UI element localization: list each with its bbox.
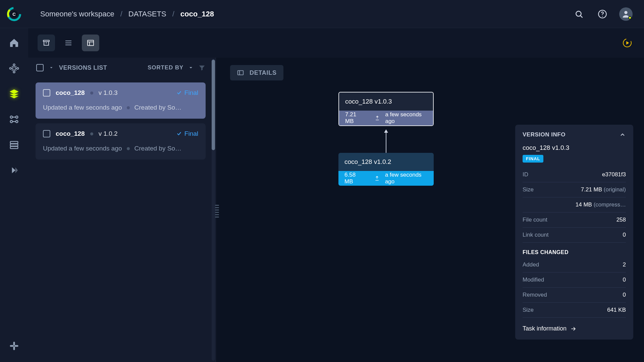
info-modified: 0 bbox=[623, 277, 626, 283]
left-rail bbox=[0, 28, 28, 362]
info-added: 2 bbox=[623, 261, 626, 268]
graph-node-time: a few seconds ago bbox=[385, 111, 427, 125]
version-status: Final bbox=[176, 130, 198, 137]
filter-icon[interactable] bbox=[198, 64, 206, 71]
version-status-label: Final bbox=[184, 89, 198, 97]
list-scroll-thumb[interactable] bbox=[212, 60, 215, 150]
status-badge: FINAL bbox=[523, 155, 543, 163]
search-button[interactable] bbox=[572, 7, 586, 21]
nav-slack-icon[interactable] bbox=[6, 338, 22, 354]
svg-rect-23 bbox=[43, 40, 49, 42]
view-list-button[interactable] bbox=[60, 35, 77, 51]
version-number: v 1.0.2 bbox=[99, 130, 118, 137]
breadcrumb-section[interactable]: DATASETS bbox=[128, 10, 166, 18]
info-modified-label: Modified bbox=[523, 277, 544, 283]
graph-node-size: 6.58 MB bbox=[344, 172, 364, 185]
list-header: VERSIONS LIST SORTED BY bbox=[36, 58, 206, 78]
breadcrumb-sep: / bbox=[120, 10, 122, 18]
panel-resize-handle[interactable] bbox=[214, 201, 220, 221]
nav-datasets-icon[interactable] bbox=[6, 86, 22, 102]
nav-deploy-icon[interactable] bbox=[6, 162, 22, 178]
graph-node[interactable]: coco_128 v1.0.2 6.58 MB a few seconds ag… bbox=[338, 153, 434, 186]
brand-logo[interactable]: C bbox=[4, 4, 24, 24]
info-heading: VERSION INFO bbox=[523, 131, 566, 138]
autorefresh-button[interactable] bbox=[620, 36, 635, 50]
version-checkbox[interactable] bbox=[43, 89, 50, 97]
dot-separator bbox=[90, 92, 93, 95]
version-updated: Updated a few seconds ago bbox=[43, 145, 122, 152]
info-size-compressed: 14 MB bbox=[576, 201, 592, 208]
svg-text:C: C bbox=[12, 12, 16, 17]
svg-point-12 bbox=[10, 116, 13, 118]
svg-rect-21 bbox=[10, 345, 14, 347]
graph-node-time: a few seconds ago bbox=[385, 172, 428, 185]
graph-node[interactable]: coco_128 v1.0.3 7.21 MB a few seconds ag… bbox=[338, 92, 434, 126]
info-size-compressed-note: (compress… bbox=[594, 201, 626, 208]
version-card[interactable]: coco_128 v 1.0.2 Final Updated a few sec… bbox=[36, 123, 206, 160]
version-status: Final bbox=[176, 89, 198, 97]
info-removed: 0 bbox=[623, 292, 626, 298]
task-information-link[interactable]: Task information bbox=[523, 325, 626, 332]
breadcrumb-sep: / bbox=[172, 10, 174, 18]
info-size-original: 7.21 MB bbox=[581, 186, 602, 193]
svg-point-7 bbox=[624, 11, 627, 14]
help-button[interactable] bbox=[596, 7, 609, 21]
version-name: coco_128 bbox=[56, 89, 85, 97]
select-all-checkbox[interactable] bbox=[36, 64, 44, 71]
info-id: e37081f3 bbox=[602, 171, 626, 178]
upload-icon bbox=[375, 115, 380, 121]
version-checkbox[interactable] bbox=[43, 130, 50, 137]
collapse-icon[interactable] bbox=[619, 131, 626, 138]
svg-point-8 bbox=[13, 64, 15, 66]
version-updated: Updated a few seconds ago bbox=[43, 104, 122, 111]
view-toggle-group bbox=[38, 35, 99, 51]
versions-list-panel: VERSIONS LIST SORTED BY coco_128 bbox=[28, 58, 216, 362]
info-changed-size-label: Size bbox=[523, 307, 534, 313]
graph-node-title: coco_128 v1.0.3 bbox=[339, 93, 433, 111]
info-size-original-note: (original) bbox=[604, 186, 626, 193]
files-changed-heading: FILES CHANGED bbox=[523, 249, 626, 255]
sort-label[interactable]: SORTED BY bbox=[148, 64, 183, 71]
topbar: Someone's workspace / DATASETS / coco_12… bbox=[0, 0, 644, 28]
nav-servers-icon[interactable] bbox=[6, 137, 22, 153]
dot-separator bbox=[127, 106, 130, 109]
version-info-panel: VERSION INFO coco_128 v1.0.3 FINAL IDe37… bbox=[515, 125, 633, 340]
profile-avatar[interactable] bbox=[619, 7, 633, 21]
info-id-label: ID bbox=[523, 171, 528, 178]
svg-rect-17 bbox=[10, 144, 18, 146]
svg-rect-24 bbox=[88, 40, 94, 46]
svg-point-9 bbox=[10, 67, 11, 69]
svg-point-11 bbox=[13, 71, 15, 73]
nav-pipelines-icon[interactable] bbox=[6, 111, 22, 127]
svg-rect-19 bbox=[13, 342, 15, 346]
svg-point-10 bbox=[17, 67, 18, 69]
graph-node-title: coco_128 v1.0.2 bbox=[338, 153, 434, 171]
info-removed-label: Removed bbox=[523, 292, 547, 298]
info-filecount: 258 bbox=[616, 217, 626, 223]
svg-point-6 bbox=[602, 16, 603, 16]
info-filecount-label: File count bbox=[523, 217, 547, 223]
svg-point-14 bbox=[10, 120, 13, 123]
info-size-label: Size bbox=[523, 186, 534, 193]
info-linkcount-label: Link count bbox=[523, 232, 549, 238]
upload-icon bbox=[374, 175, 380, 181]
breadcrumb: Someone's workspace / DATASETS / coco_12… bbox=[40, 10, 214, 18]
info-linkcount: 0 bbox=[623, 232, 626, 238]
sort-menu-icon[interactable] bbox=[188, 65, 194, 70]
svg-rect-18 bbox=[10, 146, 18, 148]
view-archive-button[interactable] bbox=[38, 35, 55, 51]
task-information-label: Task information bbox=[523, 325, 567, 332]
info-title: coco_128 v1.0.3 bbox=[523, 144, 626, 152]
view-graph-button[interactable] bbox=[82, 35, 99, 51]
nav-home-icon[interactable] bbox=[6, 35, 22, 51]
version-card[interactable]: coco_128 v 1.0.3 Final Updated a few sec… bbox=[36, 82, 206, 119]
breadcrumb-workspace[interactable]: Someone's workspace bbox=[40, 10, 114, 18]
status-indicator bbox=[628, 16, 632, 19]
svg-point-15 bbox=[16, 120, 18, 123]
version-created-by: Created by So… bbox=[135, 145, 181, 152]
nav-models-icon[interactable] bbox=[6, 60, 22, 76]
info-changed-size: 641 KB bbox=[607, 307, 626, 313]
select-all-menu-icon[interactable] bbox=[49, 65, 54, 70]
breadcrumb-dataset[interactable]: coco_128 bbox=[180, 10, 214, 18]
dot-separator bbox=[127, 147, 130, 150]
